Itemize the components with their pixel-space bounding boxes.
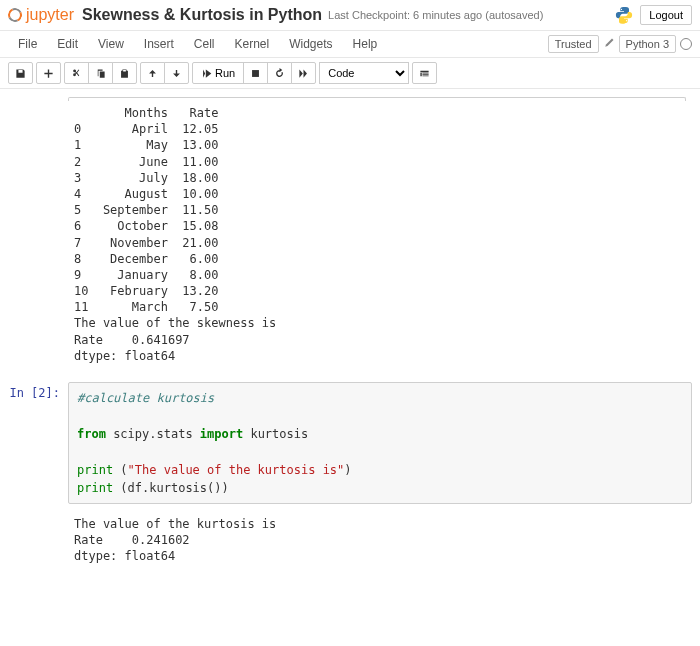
menu-cell[interactable]: Cell — [184, 31, 225, 57]
restart-button[interactable] — [267, 62, 292, 84]
output-text-1: Months Rate 0 April 12.05 1 May 13.00 2 … — [68, 101, 692, 368]
menu-widgets[interactable]: Widgets — [279, 31, 342, 57]
logout-button[interactable]: Logout — [640, 5, 692, 25]
paste-button[interactable] — [112, 62, 137, 84]
python-logo-icon — [614, 5, 634, 25]
trusted-badge[interactable]: Trusted — [548, 35, 599, 53]
menu-insert[interactable]: Insert — [134, 31, 184, 57]
interrupt-button[interactable] — [243, 62, 268, 84]
jupyter-logo-text: jupyter — [26, 6, 74, 24]
copy-button[interactable] — [88, 62, 113, 84]
toolbar: Run Code — [0, 58, 700, 89]
celltype-select[interactable]: Code — [319, 62, 409, 84]
menu-help[interactable]: Help — [343, 31, 388, 57]
move-up-button[interactable] — [140, 62, 165, 84]
add-cell-button[interactable] — [36, 62, 61, 84]
menubar: File Edit View Insert Cell Kernel Widget… — [0, 31, 700, 58]
command-palette-button[interactable] — [412, 62, 437, 84]
notebook-title[interactable]: Skewness & Kurtosis in Python — [82, 6, 322, 24]
move-down-button[interactable] — [164, 62, 189, 84]
output-cell-2: The value of the kurtosis is Rate 0.2416… — [4, 512, 692, 569]
output-text-2: The value of the kurtosis is Rate 0.2416… — [68, 512, 692, 569]
notebook-area: Months Rate 0 April 12.05 1 May 13.00 2 … — [0, 89, 700, 579]
output-prompt — [4, 101, 68, 368]
menu-view[interactable]: View — [88, 31, 134, 57]
run-button-label: Run — [215, 67, 235, 79]
checkpoint-status: Last Checkpoint: 6 minutes ago (autosave… — [328, 9, 543, 21]
notebook-header: jupyter Skewness & Kurtosis in Python La… — [0, 0, 700, 31]
run-button[interactable]: Run — [192, 62, 244, 84]
input-prompt-2: In [2]: — [4, 382, 68, 504]
save-button[interactable] — [8, 62, 33, 84]
output-cell-1: Months Rate 0 April 12.05 1 May 13.00 2 … — [4, 101, 692, 368]
code-cell-2[interactable]: In [2]: #calculate kurtosis from scipy.s… — [4, 382, 692, 504]
jupyter-logo[interactable]: jupyter — [8, 6, 74, 24]
restart-run-all-button[interactable] — [291, 62, 316, 84]
jupyter-orbit-icon — [6, 6, 24, 24]
menu-file[interactable]: File — [8, 31, 47, 57]
cut-button[interactable] — [64, 62, 89, 84]
output-prompt-2 — [4, 512, 68, 569]
menu-edit[interactable]: Edit — [47, 31, 88, 57]
menu-kernel[interactable]: Kernel — [225, 31, 280, 57]
kernel-status-icon — [680, 38, 692, 50]
kernel-name[interactable]: Python 3 — [619, 35, 676, 53]
pencil-icon[interactable] — [603, 37, 615, 52]
code-input-2[interactable]: #calculate kurtosis from scipy.stats imp… — [68, 382, 692, 504]
